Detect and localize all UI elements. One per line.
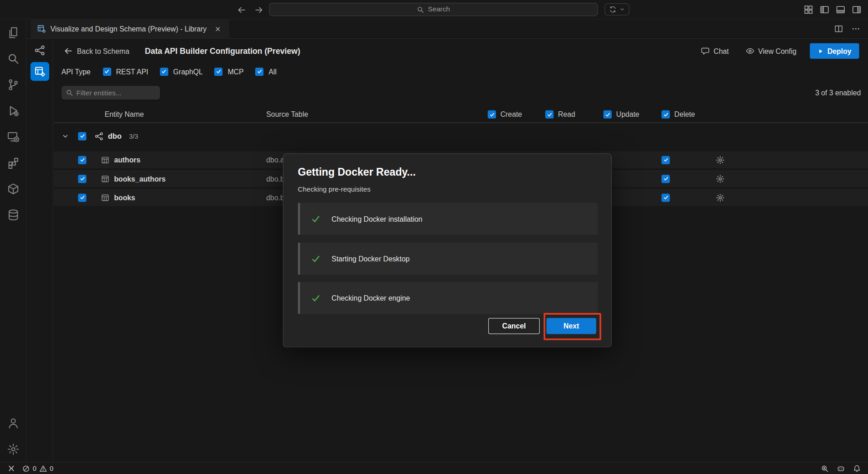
dab-config-icon[interactable] [30, 62, 49, 81]
delete-all-checkbox[interactable] [661, 110, 670, 119]
group-checkbox[interactable] [78, 132, 86, 140]
view-config-button[interactable]: View Config [745, 47, 796, 55]
schema-visualize-icon[interactable] [30, 41, 49, 60]
cancel-button[interactable]: Cancel [488, 318, 540, 334]
notifications-bell[interactable] [853, 464, 861, 472]
group-expand-chevron-icon[interactable] [62, 132, 69, 140]
nav-back-icon[interactable] [237, 5, 246, 14]
schema-icon [95, 131, 103, 140]
back-arrow-icon [64, 47, 72, 55]
customize-layout-icon[interactable] [804, 5, 813, 15]
more-actions-icon[interactable] [852, 24, 860, 33]
group-count: 3/3 [129, 132, 138, 140]
next-button[interactable]: Next [546, 318, 596, 334]
row-settings-icon[interactable] [716, 174, 724, 183]
deploy-play-icon [817, 48, 823, 54]
search-icon [417, 6, 424, 13]
graphql-checkbox[interactable] [160, 68, 168, 76]
search-bar[interactable]: Search [269, 3, 598, 16]
vscode-window: Search Visualize and Design Schema (Prev… [0, 0, 868, 474]
row-checkbox[interactable] [78, 156, 86, 164]
row-settings-icon[interactable] [716, 156, 724, 164]
dialog-subtitle: Checking pre-requisites [298, 186, 370, 193]
delete-checkbox[interactable] [661, 156, 670, 164]
tab-title: Visualize and Design Schema (Preview) - … [50, 25, 207, 33]
remote-icon [7, 464, 16, 473]
status-bar: 0 0 [0, 462, 868, 474]
step-success-icon [311, 214, 320, 224]
filter-entities-box [62, 86, 160, 99]
database-icon[interactable] [0, 202, 26, 228]
zoom-icon [821, 464, 829, 472]
warning-count: 0 [50, 464, 53, 472]
chat-button[interactable]: Chat [701, 47, 728, 55]
entity-table-icon [101, 174, 109, 183]
filter-entities-input[interactable] [77, 89, 156, 97]
activity-bar [0, 19, 26, 462]
session-actions-button[interactable] [604, 3, 630, 16]
mcp-checkbox[interactable] [214, 68, 222, 76]
search-placeholder: Search [428, 5, 450, 13]
titlebar-layout-controls [804, 0, 861, 19]
page-title: Data API Builder Configuration (Preview) [145, 47, 300, 55]
deploy-button[interactable]: Deploy [810, 43, 859, 59]
settings-gear-icon[interactable] [0, 436, 26, 462]
enabled-summary: 3 of 3 enabled [815, 89, 861, 97]
sync-icon [609, 5, 617, 13]
step-docker-installation: Checking Docker installation [298, 203, 598, 234]
toggle-sidebar-left-icon[interactable] [820, 5, 829, 15]
col-entity-name: Entity Name [104, 106, 144, 123]
source-control-icon[interactable] [0, 72, 26, 98]
row-checkbox[interactable] [78, 193, 86, 202]
checkbox-all[interactable]: All [255, 68, 277, 76]
delete-checkbox[interactable] [661, 193, 670, 202]
copilot-icon [837, 464, 845, 472]
entity-table-icon [101, 193, 109, 202]
api-type-label: API Type [62, 68, 91, 76]
search-sidebar-icon[interactable] [0, 46, 26, 72]
split-editor-icon[interactable] [834, 24, 843, 33]
col-update: Update [604, 106, 640, 123]
delete-checkbox[interactable] [661, 174, 670, 182]
row-settings-icon[interactable] [716, 193, 724, 202]
nav-forward-icon[interactable] [255, 5, 264, 14]
toggle-sidebar-right-icon[interactable] [852, 5, 862, 15]
dialog-title: Getting Docker Ready... [298, 166, 416, 178]
create-all-checkbox[interactable] [488, 110, 496, 119]
checkbox-rest-api[interactable]: REST API [103, 68, 148, 76]
col-create: Create [488, 106, 522, 123]
checkbox-mcp[interactable]: MCP [214, 68, 243, 76]
table-header: Entity Name Source Table Create Read Upd… [54, 106, 868, 123]
read-all-checkbox[interactable] [545, 110, 553, 119]
remote-explorer-icon[interactable] [0, 124, 26, 150]
dialog-actions: Cancel Next [488, 318, 596, 334]
zoom-indicator[interactable] [821, 464, 829, 472]
tab-close-icon[interactable] [213, 24, 223, 34]
bell-icon [853, 464, 861, 472]
row-checkbox[interactable] [78, 174, 86, 182]
account-icon[interactable] [0, 410, 26, 436]
all-checkbox[interactable] [255, 68, 264, 76]
containers-icon[interactable] [0, 176, 26, 202]
warning-icon [39, 464, 47, 472]
explorer-icon[interactable] [0, 19, 26, 45]
copilot-status[interactable] [837, 464, 845, 472]
toggle-panel-icon[interactable] [836, 5, 846, 15]
problems-indicator[interactable]: 0 0 [22, 464, 53, 472]
editor-actions [834, 19, 868, 38]
schema-designer-tab-icon [37, 24, 46, 33]
remote-indicator[interactable] [7, 464, 16, 473]
extensions-icon[interactable] [0, 150, 26, 176]
rest-api-checkbox[interactable] [103, 68, 111, 76]
step-success-icon [311, 293, 320, 303]
run-and-debug-icon[interactable] [0, 98, 26, 124]
tab-visualize-schema[interactable]: Visualize and Design Schema (Preview) - … [31, 19, 229, 38]
back-to-schema-button[interactable]: Back to Schema [64, 47, 129, 55]
schema-group-row[interactable]: dbo 3/3 [54, 127, 868, 145]
page-header: Back to Schema Data API Builder Configur… [64, 42, 859, 60]
checkbox-graphql[interactable]: GraphQL [160, 68, 203, 76]
error-count: 0 [33, 464, 36, 472]
col-delete: Delete [661, 106, 695, 123]
step-docker-engine: Checking Docker engine [298, 282, 598, 314]
update-all-checkbox[interactable] [604, 110, 612, 119]
